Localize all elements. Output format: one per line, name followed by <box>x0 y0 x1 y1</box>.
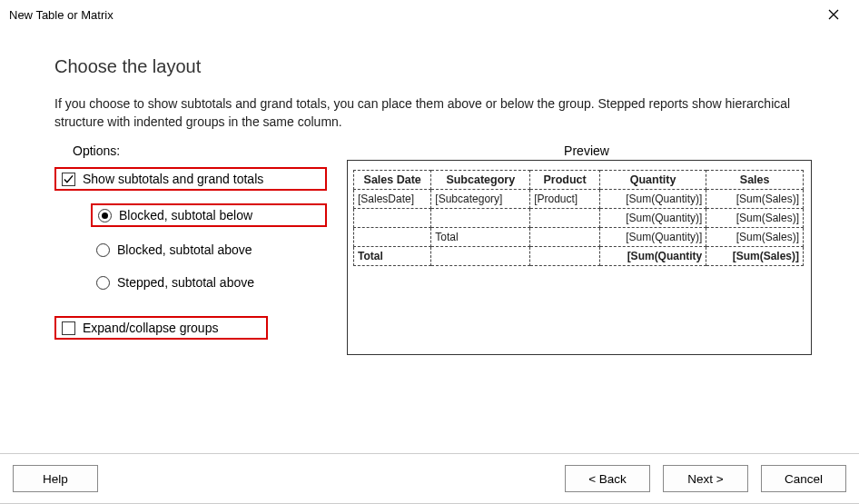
cell <box>530 228 600 247</box>
radio-label: Stepped, subtotal above <box>117 275 254 290</box>
cell: Total <box>431 228 530 247</box>
radio-icon <box>96 276 110 290</box>
cell: [Sum(Sales)] <box>706 228 804 247</box>
expand-collapse-label: Expand/collapse groups <box>83 321 218 335</box>
cell: [Subcategory] <box>431 190 530 209</box>
cell: [Sum(Sales)] <box>706 190 804 209</box>
back-button[interactable]: < Back <box>565 465 650 492</box>
checkbox-icon <box>62 173 75 186</box>
radio-icon <box>96 243 110 257</box>
window-title: New Table or Matrix <box>9 8 815 22</box>
page-description: If you choose to show subtotals and gran… <box>54 95 826 131</box>
table-row: Total [Sum(Quantity)] [Sum(Sales)] <box>354 228 804 247</box>
cell <box>530 209 600 228</box>
radio-icon <box>98 209 112 222</box>
cell: [Sum(Sales)] <box>706 209 804 228</box>
checkbox-icon <box>62 321 75 335</box>
options-panel: Options: Show subtotals and grand totals… <box>54 143 327 355</box>
dialog-window: New Table or Matrix Choose the layout If… <box>0 0 859 504</box>
preview-box: Sales Date Subcategory Product Quantity … <box>347 160 812 355</box>
cell: [Sum(Quantity)] <box>599 209 706 228</box>
table-row-total: Total [Sum(Quantity [Sum(Sales)] <box>354 247 804 266</box>
radio-label: Blocked, subtotal below <box>119 208 252 222</box>
table-header-row: Sales Date Subcategory Product Quantity … <box>354 171 804 190</box>
col-header: Subcategory <box>431 171 530 190</box>
table-row: [Sum(Quantity)] [Sum(Sales)] <box>354 209 804 228</box>
next-button[interactable]: Next > <box>663 465 748 492</box>
footer: Help < Back Next > Cancel <box>0 453 859 503</box>
cell: [Sum(Quantity)] <box>599 228 706 247</box>
cell <box>431 209 530 228</box>
page-heading: Choose the layout <box>54 56 826 77</box>
cell <box>431 247 530 266</box>
col-header: Sales Date <box>354 171 431 190</box>
help-button[interactable]: Help <box>13 465 98 492</box>
titlebar: New Table or Matrix <box>0 0 859 29</box>
expand-collapse-checkbox[interactable]: Expand/collapse groups <box>54 316 268 340</box>
options-label: Options: <box>73 143 327 158</box>
cell: [SalesDate] <box>354 190 431 209</box>
cell: [Product] <box>530 190 600 209</box>
radio-label: Blocked, subtotal above <box>117 242 252 257</box>
cell <box>354 209 431 228</box>
cell: [Sum(Quantity <box>599 247 706 266</box>
close-button[interactable] <box>815 2 852 27</box>
show-subtotals-label: Show subtotals and grand totals <box>83 172 263 186</box>
preview-panel: Preview Sales Date Subcategory Product Q… <box>347 143 826 355</box>
col-header: Quantity <box>599 171 706 190</box>
cell: Total <box>354 247 431 266</box>
table-row: [SalesDate] [Subcategory] [Product] [Sum… <box>354 190 804 209</box>
preview-label: Preview <box>347 143 826 158</box>
cell <box>530 247 600 266</box>
radio-stepped-above[interactable]: Stepped, subtotal above <box>91 272 327 292</box>
close-icon <box>828 9 839 20</box>
cell: [Sum(Sales)] <box>706 247 804 266</box>
cell <box>354 228 431 247</box>
preview-table: Sales Date Subcategory Product Quantity … <box>353 170 804 266</box>
col-header: Sales <box>706 171 804 190</box>
content-area: Choose the layout If you choose to show … <box>0 29 859 453</box>
radio-blocked-above[interactable]: Blocked, subtotal above <box>91 240 327 260</box>
col-header: Product <box>530 171 600 190</box>
show-subtotals-checkbox[interactable]: Show subtotals and grand totals <box>54 167 327 191</box>
cell: [Sum(Quantity)] <box>599 190 706 209</box>
cancel-button[interactable]: Cancel <box>761 465 846 492</box>
radio-blocked-below[interactable]: Blocked, subtotal below <box>91 203 327 227</box>
